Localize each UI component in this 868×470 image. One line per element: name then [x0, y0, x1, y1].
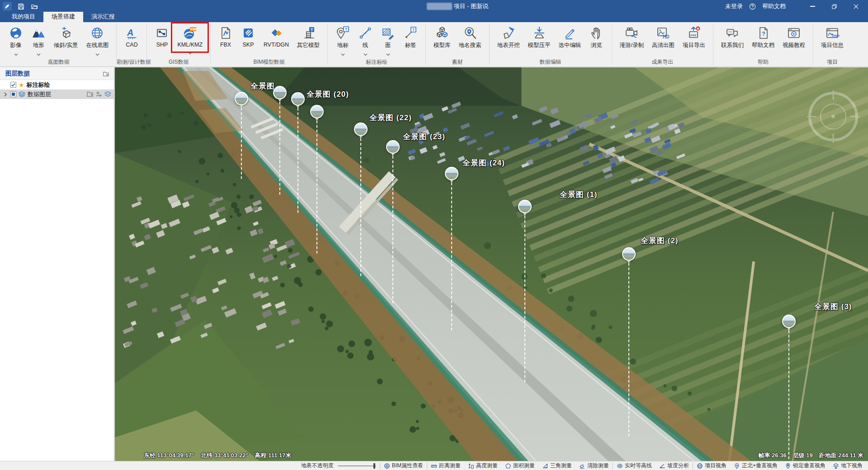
ribbon-button-line[interactable]: 线: [355, 24, 376, 54]
toolbar-button-area[interactable]: 面积测量: [501, 462, 538, 470]
panorama-balloon-icon[interactable]: [782, 315, 796, 328]
ribbon-button-help-doc[interactable]: ?帮助文档: [749, 24, 778, 54]
layer-panel-header: 图层数据: [0, 67, 114, 80]
login-status[interactable]: 未登录: [725, 2, 743, 10]
open-button[interactable]: [30, 2, 39, 11]
ribbon-button-placemark[interactable]: T地标: [332, 24, 353, 54]
tab-presentation[interactable]: 演示汇报: [83, 12, 123, 22]
surface-opacity-slider[interactable]: 地表不透明度: [297, 462, 380, 470]
toolbar-button-view-globe[interactable]: 项目视角: [693, 462, 730, 470]
locate-icon[interactable]: [96, 91, 102, 97]
ribbon-button-kml[interactable]: KMLKML/KMZ: [174, 24, 206, 52]
toolbar-button-north-pin[interactable]: N正北+垂直视角: [730, 462, 781, 470]
ribbon-button-contact[interactable]: 联系我们: [718, 24, 747, 54]
ribbon-button-oblique[interactable]: 倾斜/实景: [51, 24, 81, 54]
panorama-marker-layer: 全景图全景图 (20)全景图 (22)全景图 (23)全景图 (24)全景图 (…: [115, 67, 868, 461]
svg-text:Logo: Logo: [832, 34, 840, 38]
add-folder-icon[interactable]: [103, 70, 109, 77]
toolbar-button-distance[interactable]: 距离测量: [427, 462, 464, 470]
slider-track[interactable]: [338, 465, 376, 466]
ribbon-button-record[interactable]: 漫游/录制: [617, 24, 647, 54]
maximize-button[interactable]: [826, 0, 842, 12]
ribbon-button-other-model[interactable]: T其它模型: [294, 24, 323, 54]
toolbar-button-triangle[interactable]: 三角测量: [538, 462, 576, 470]
slider-handle[interactable]: [373, 463, 375, 469]
ribbon-button-rvt[interactable]: RVT/DGN: [260, 24, 292, 52]
ribbon-button-project-export[interactable]: exe项目导出: [679, 24, 708, 54]
toolbar-button-clear[interactable]: 清除测量: [576, 462, 613, 470]
panorama-balloon-icon[interactable]: [622, 247, 636, 261]
ribbon-button-cad[interactable]: ACAD: [121, 24, 142, 52]
panorama-label: 全景图: [250, 81, 275, 91]
panorama-label: 全景图 (20): [307, 89, 349, 99]
ribbon-button-place-search[interactable]: 地名搜索: [456, 24, 485, 54]
toolbar-button-lock-pin[interactable]: 锁定垂直视角: [781, 462, 829, 470]
ribbon-button-terrain[interactable]: 地形: [28, 24, 49, 54]
triangle-icon: [542, 463, 548, 469]
toolbar-button-slope[interactable]: 坡度分析: [656, 462, 693, 470]
ribbon-button-online-basemap[interactable]: 在线底图: [83, 24, 112, 54]
ribbon-button-label: KML/KMZ: [177, 42, 203, 48]
fbx-icon: [218, 25, 233, 41]
minimize-button[interactable]: [805, 0, 820, 12]
camera-height-value: 距地面 244.11 米: [819, 452, 863, 459]
ribbon-button-label: 视频教程: [783, 42, 805, 49]
help-doc-link[interactable]: 帮助文档: [762, 2, 786, 10]
ribbon-button-label: 帮助文档: [752, 42, 774, 49]
ribbon-button-label: RVT/DGN: [264, 42, 289, 48]
flatten-icon: [532, 25, 547, 41]
folder-icon[interactable]: [87, 91, 93, 97]
ribbon-button-excavate[interactable]: 地表开挖: [494, 24, 523, 54]
map-3d-view[interactable]: 全景图全景图 (20)全景图 (22)全景图 (23)全景图 (24)全景图 (…: [115, 67, 868, 461]
longitude-value: 东经 113°04'39.17": [144, 452, 194, 459]
ribbon-button-polygon[interactable]: 面: [377, 24, 398, 54]
ribbon-group-5: T地标线面T标签标注标绘: [328, 22, 425, 66]
panorama-balloon-icon[interactable]: [518, 200, 532, 213]
ribbon-button-video[interactable]: 视频教程: [779, 24, 808, 54]
panorama-balloon-icon[interactable]: [273, 86, 287, 99]
toolbar-button-underground[interactable]: 地下视角: [829, 462, 866, 470]
ribbon-button-label: FBX: [220, 42, 231, 48]
ribbon-button-project-info[interactable]: Logo项目信息: [818, 24, 847, 54]
ribbon-group-label: BIM模型数据: [211, 58, 327, 66]
save-button[interactable]: [16, 2, 25, 11]
ribbon-button-shp[interactable]: SHP: [151, 24, 172, 52]
ribbon-button-model-lib[interactable]: 模型库: [430, 24, 454, 54]
panorama-balloon-icon[interactable]: [291, 92, 305, 106]
underground-icon: [833, 463, 839, 469]
panorama-balloon-icon[interactable]: [310, 105, 324, 118]
panorama-leader-line: [360, 129, 361, 276]
help-circle-icon[interactable]: [749, 3, 756, 10]
height-icon: [468, 463, 474, 469]
ribbon-button-tag[interactable]: T标签: [400, 24, 421, 54]
svg-text:N: N: [736, 464, 738, 466]
ribbon-button-flatten[interactable]: 模型压平: [525, 24, 554, 54]
toolbar-button-contour[interactable]: 实时等高线: [613, 462, 656, 470]
panorama-balloon-icon[interactable]: [354, 122, 368, 136]
panorama-label: 全景图 (22): [369, 113, 412, 123]
ribbon-button-label: 模型库: [434, 42, 451, 49]
ribbon-button-globe-imagery[interactable]: 影像: [5, 24, 26, 54]
ribbon-button-browse[interactable]: 浏览: [586, 24, 607, 54]
panorama-balloon-icon[interactable]: [386, 140, 400, 154]
tab-scene-building[interactable]: 场景搭建: [43, 12, 83, 22]
toolbar-button-label: 清除测量: [587, 462, 609, 470]
close-button[interactable]: [848, 0, 863, 12]
toolbar-button-bim[interactable]: BIM属性查看: [380, 462, 427, 470]
ribbon-button-fbx[interactable]: FBX: [215, 24, 236, 52]
ribbon-button-skp[interactable]: SKP: [238, 24, 259, 52]
toolbar-button-label: BIM属性查看: [392, 462, 423, 470]
layer-style-icon[interactable]: [104, 91, 111, 97]
tab-my-projects[interactable]: 我的项目: [4, 12, 43, 22]
expand-caret-icon[interactable]: [3, 92, 8, 97]
place-search-icon: [463, 25, 477, 41]
ribbon-button-hd-export[interactable]: HD高清出图: [649, 24, 678, 54]
ribbon-button-edit[interactable]: 选中编辑: [556, 24, 585, 54]
panorama-balloon-icon[interactable]: [235, 92, 248, 105]
toolbar-button-height[interactable]: 高度测量: [464, 462, 501, 470]
layer-row-data[interactable]: 数据图层: [0, 89, 114, 99]
layer-row-annotation[interactable]: ★ 标注标绘: [0, 80, 114, 89]
panorama-balloon-icon[interactable]: [445, 167, 458, 180]
checkbox-checked-icon[interactable]: [10, 82, 16, 88]
checkbox-partial-icon[interactable]: [10, 91, 16, 97]
